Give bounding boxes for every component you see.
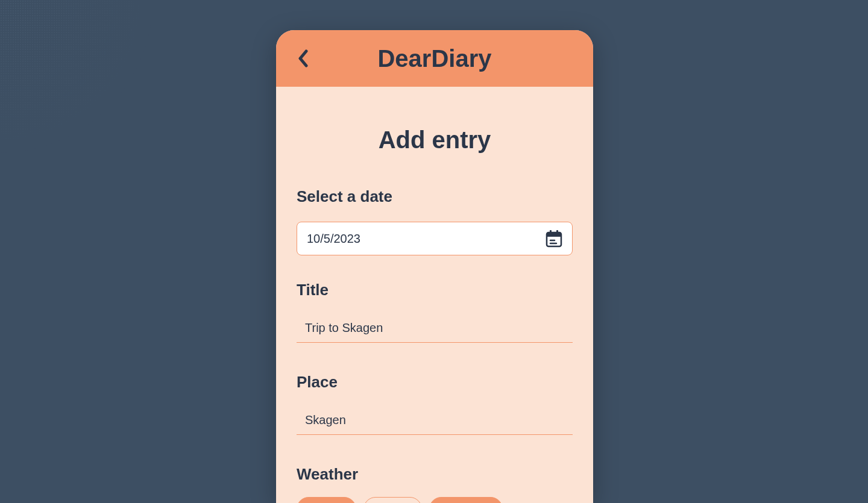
weather-chip-sunny[interactable]: Sunny <box>297 497 356 503</box>
weather-chip-windy[interactable]: Windy <box>363 497 423 503</box>
svg-rect-1 <box>547 233 561 237</box>
svg-rect-3 <box>556 230 558 234</box>
svg-rect-2 <box>550 230 552 234</box>
back-button[interactable] <box>298 49 309 67</box>
background-texture <box>0 0 157 157</box>
page-title: Add entry <box>297 127 573 154</box>
date-label: Select a date <box>297 187 573 206</box>
weather-chip-overcast[interactable]: Overcast <box>429 497 503 503</box>
form-content: Add entry Select a date 10/5/2023 Title … <box>276 87 593 503</box>
title-input[interactable] <box>297 315 573 343</box>
place-label: Place <box>297 373 573 392</box>
title-label: Title <box>297 281 573 299</box>
date-value: 10/5/2023 <box>307 232 360 246</box>
chevron-left-icon <box>298 49 309 67</box>
date-input[interactable]: 10/5/2023 <box>297 222 573 255</box>
weather-label: Weather <box>297 465 573 484</box>
weather-chip-group: Sunny Windy Overcast Rain showers <box>297 497 573 503</box>
app-header: DearDiary <box>276 30 593 87</box>
app-title: DearDiary <box>276 45 593 72</box>
calendar-icon <box>546 230 562 248</box>
place-input[interactable] <box>297 407 573 435</box>
phone-frame: DearDiary Add entry Select a date 10/5/2… <box>276 30 593 503</box>
